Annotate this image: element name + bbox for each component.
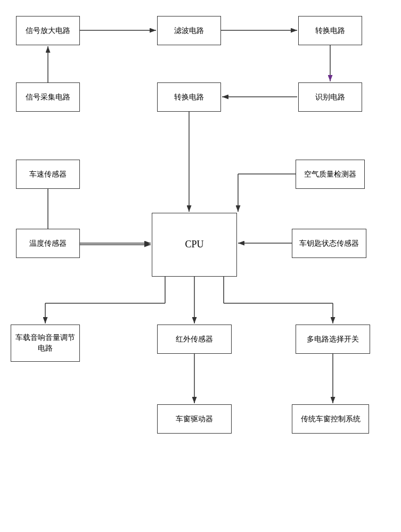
audio-label: 车载音响音量调节电路 (13, 332, 77, 353)
multi-switch-label: 多电路选择开关 (307, 334, 359, 345)
speed-sensor-box: 车速传感器 (16, 160, 80, 189)
ir-sensor-label: 红外传感器 (176, 334, 213, 345)
convert2-label: 转换电路 (174, 92, 204, 103)
convert2-box: 转换电路 (157, 82, 221, 112)
filter-label: 滤波电路 (174, 26, 204, 36)
signal-collect-label: 信号采集电路 (26, 92, 70, 103)
window-control-box: 传统车窗控制系统 (292, 404, 369, 434)
air-quality-box: 空气质量检测器 (296, 160, 365, 189)
temp-sensor-box: 温度传感器 (16, 229, 80, 258)
signal-amp-label: 信号放大电路 (26, 26, 70, 36)
diagram: 信号放大电路 滤波电路 转换电路 信号采集电路 转换电路 识别电路 车速传感器 … (0, 0, 401, 532)
multi-switch-box: 多电路选择开关 (296, 325, 370, 354)
window-driver-box: 车窗驱动器 (157, 404, 232, 434)
cpu-box: CPU (152, 213, 237, 277)
window-driver-label: 车窗驱动器 (176, 414, 213, 425)
cpu-label: CPU (185, 238, 203, 251)
signal-amp-box: 信号放大电路 (16, 16, 80, 45)
key-sensor-label: 车钥匙状态传感器 (299, 238, 359, 249)
window-control-label: 传统车窗控制系统 (301, 414, 361, 425)
signal-collect-box: 信号采集电路 (16, 82, 80, 112)
temp-sensor-label: 温度传感器 (29, 238, 67, 249)
air-quality-label: 空气质量检测器 (304, 169, 356, 180)
recognize-label: 识别电路 (315, 92, 345, 103)
recognize-box: 识别电路 (298, 82, 362, 112)
ir-sensor-box: 红外传感器 (157, 325, 232, 354)
speed-sensor-label: 车速传感器 (29, 169, 67, 180)
audio-box: 车载音响音量调节电路 (11, 325, 80, 362)
key-sensor-box: 车钥匙状态传感器 (292, 229, 366, 258)
convert1-box: 转换电路 (298, 16, 362, 45)
filter-box: 滤波电路 (157, 16, 221, 45)
convert1-label: 转换电路 (315, 26, 345, 36)
